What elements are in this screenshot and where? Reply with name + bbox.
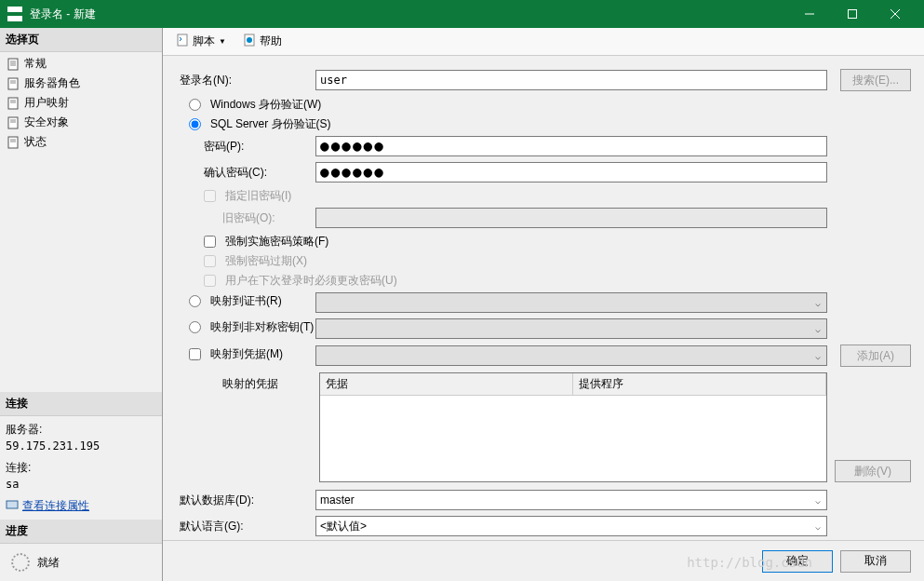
help-icon [243, 34, 256, 49]
connection-section: 服务器: 59.175.231.195 连接: sa 查看连接属性 [0, 416, 162, 520]
sql-auth-label: SQL Server 身份验证(S) [210, 116, 331, 132]
view-connection-properties-link[interactable]: 查看连接属性 [6, 498, 156, 514]
svg-point-23 [247, 37, 252, 43]
remove-button[interactable]: 删除(V) [835, 460, 911, 482]
form-area: 登录名(N): 搜索(E)... Windows 身份验证(W) SQL Ser… [163, 56, 924, 540]
map-to-cert-label: 映射到证书(R) [210, 293, 282, 309]
enforce-expiration-label: 强制密码过期(X) [225, 253, 307, 269]
nav-label: 安全对象 [24, 115, 69, 130]
page-icon [6, 76, 20, 91]
connection-header: 连接 [0, 392, 162, 416]
window-title: 登录名 - 新建 [30, 7, 788, 22]
script-icon [176, 34, 189, 49]
nav-item-server-roles[interactable]: 服务器角色 [0, 74, 162, 93]
map-to-cert-radio[interactable] [189, 295, 201, 307]
nav-label: 常规 [24, 56, 47, 72]
svg-rect-1 [849, 10, 857, 19]
default-lang-combo[interactable]: <默认值> [315, 516, 827, 536]
conn-value: sa [6, 478, 156, 491]
nav-item-status[interactable]: 状态 [0, 132, 162, 152]
old-password-label: 旧密码(O): [176, 210, 315, 226]
toolbar: 脚本 ▼ 帮助 [163, 28, 924, 56]
confirm-password-label: 确认密码(C): [176, 165, 315, 181]
ok-button[interactable]: 确定 [762, 550, 833, 573]
must-change-checkbox [204, 275, 216, 287]
svg-rect-17 [8, 137, 18, 148]
conn-label: 连接: [6, 460, 156, 476]
page-icon [6, 96, 20, 111]
svg-rect-4 [8, 59, 18, 70]
default-lang-label: 默认语言(G): [176, 519, 315, 534]
left-panel: 选择页 常规 服务器角色 用户映射 安全对象 状态 [0, 28, 163, 581]
progress-header: 进度 [0, 520, 162, 544]
svg-rect-20 [7, 501, 18, 508]
search-button[interactable]: 搜索(E)... [840, 69, 911, 91]
nav-item-securables[interactable]: 安全对象 [0, 113, 162, 132]
enforce-policy-label: 强制实施密码策略(F) [225, 234, 328, 250]
map-to-credential-checkbox[interactable] [189, 348, 201, 360]
nav-item-user-mapping[interactable]: 用户映射 [0, 93, 162, 113]
server-label: 服务器: [6, 422, 156, 438]
credentials-table[interactable]: 凭据 提供程序 [319, 372, 827, 482]
default-db-label: 默认数据库(D): [176, 493, 315, 508]
nav-label: 状态 [24, 134, 47, 150]
enforce-policy-checkbox[interactable] [204, 236, 216, 248]
table-header: 凭据 提供程序 [320, 373, 826, 396]
titlebar: 登录名 - 新建 [0, 0, 924, 28]
password-label: 密码(P): [176, 139, 315, 155]
maximize-button[interactable] [831, 0, 874, 28]
specify-old-password-checkbox [204, 190, 216, 202]
old-password-input [315, 208, 827, 228]
script-button[interactable]: 脚本 ▼ [170, 32, 232, 51]
windows-auth-label: Windows 身份验证(W) [210, 97, 321, 113]
progress-section: 就绪 [0, 544, 162, 581]
map-to-asymkey-label: 映射到非对称密钥(T) [210, 319, 314, 335]
cert-combo [315, 292, 827, 313]
nav-label: 用户映射 [24, 95, 69, 111]
nav-label: 服务器角色 [24, 75, 80, 91]
page-icon [6, 135, 20, 150]
default-db-combo[interactable]: master [315, 490, 827, 510]
login-name-input[interactable] [315, 70, 827, 90]
confirm-password-input[interactable]: ●●●●●● [315, 162, 827, 182]
page-icon [6, 57, 20, 72]
credential-column-header: 凭据 [320, 373, 573, 395]
right-panel: 脚本 ▼ 帮助 登录名(N): 搜索(E)... Windows 身份验证(W) [163, 28, 924, 581]
svg-rect-11 [8, 98, 18, 109]
progress-spinner-icon [11, 553, 30, 572]
credential-combo [315, 345, 827, 366]
minimize-button[interactable] [788, 0, 831, 28]
svg-rect-21 [178, 34, 187, 46]
nav-list: 常规 服务器角色 用户映射 安全对象 状态 [0, 52, 162, 154]
cancel-button[interactable]: 取消 [840, 550, 911, 573]
sql-auth-radio[interactable] [189, 118, 201, 130]
connection-icon [6, 498, 19, 514]
help-button[interactable]: 帮助 [237, 32, 288, 51]
svg-rect-8 [8, 78, 18, 89]
close-button[interactable] [874, 0, 917, 28]
status-text: 就绪 [37, 555, 60, 571]
add-button[interactable]: 添加(A) [840, 345, 911, 367]
svg-rect-14 [8, 117, 18, 128]
provider-column-header: 提供程序 [573, 373, 826, 395]
select-page-header: 选择页 [0, 28, 162, 52]
asymkey-combo [315, 318, 827, 339]
server-value: 59.175.231.195 [6, 439, 156, 453]
windows-auth-radio[interactable] [189, 99, 201, 111]
window-controls [788, 0, 917, 28]
map-to-asymkey-radio[interactable] [189, 321, 201, 333]
mapped-credentials-label: 映射的凭据 [176, 372, 312, 482]
enforce-expiration-checkbox [204, 255, 216, 267]
must-change-label: 用户在下次登录时必须更改密码(U) [225, 273, 397, 289]
nav-item-general[interactable]: 常规 [0, 54, 162, 74]
dropdown-icon: ▼ [219, 37, 226, 46]
app-icon [7, 7, 22, 21]
dialog-footer: 确定 取消 [163, 540, 924, 581]
login-name-label: 登录名(N): [176, 73, 315, 88]
page-icon [6, 115, 20, 130]
password-input[interactable]: ●●●●●● [315, 136, 827, 156]
specify-old-password-label: 指定旧密码(I) [225, 188, 291, 204]
map-to-credential-label: 映射到凭据(M) [210, 346, 283, 362]
